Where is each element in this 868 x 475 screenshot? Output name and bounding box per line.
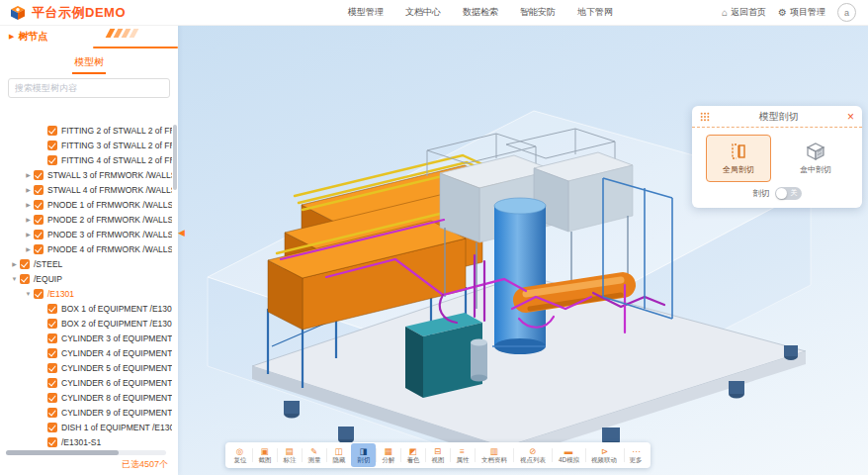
tree-expand-arrow-icon[interactable]: ▶ xyxy=(24,201,33,208)
toolbar-button[interactable]: ⊘ 视点列表 xyxy=(513,443,552,467)
drag-handle-icon[interactable] xyxy=(700,112,710,122)
tree-horizontal-scrollbar[interactable] xyxy=(6,450,119,455)
nav-item[interactable]: 数据检索 xyxy=(463,6,498,19)
tree-expand-arrow-icon[interactable]: ▶ xyxy=(24,186,33,193)
tree-checkbox[interactable] xyxy=(20,274,30,284)
toolbar-button[interactable]: ◫ 隐藏 xyxy=(326,443,351,467)
project-manage-link[interactable]: ⚙ 项目管理 xyxy=(778,6,825,19)
toolbar-button[interactable]: ✎ 测量 xyxy=(302,443,326,467)
tree-item[interactable]: ▼ /E1301 xyxy=(0,286,172,301)
tree-checkbox[interactable] xyxy=(47,126,57,136)
section-toggle-switch[interactable]: 关 xyxy=(775,187,802,200)
tree-item[interactable]: BOX 1 of EQUIPMENT /E1301 xyxy=(0,301,172,316)
box-section-button[interactable]: 盒中剖切 xyxy=(783,135,848,182)
toolbar-button-label: 复位 xyxy=(233,456,246,463)
tree-item[interactable]: ▶ /STEEL xyxy=(0,256,172,271)
tree-item[interactable]: CYLINDER 6 of EQUIPMENT /E1301 xyxy=(0,375,172,390)
nav-item[interactable]: 智能安防 xyxy=(520,6,556,19)
toolbar-button[interactable]: ◨ 剖切 xyxy=(351,443,376,467)
tree-checkbox[interactable] xyxy=(47,363,57,373)
home-link[interactable]: ⌂ 返回首页 xyxy=(722,6,766,19)
tree-checkbox[interactable] xyxy=(47,319,57,329)
toolbar-button-icon: ▤ xyxy=(285,446,293,456)
nav-item[interactable]: 地下管网 xyxy=(577,6,613,19)
global-section-button[interactable]: 全局剖切 xyxy=(706,135,771,182)
tree-checkbox[interactable] xyxy=(20,259,30,269)
tree-checkbox[interactable] xyxy=(34,230,43,239)
app-logo[interactable]: 平台示例DEMO xyxy=(0,4,126,22)
user-avatar[interactable]: a xyxy=(837,3,856,22)
tree-checkbox[interactable] xyxy=(47,304,57,314)
tree-item[interactable]: CYLINDER 3 of EQUIPMENT /E1301 xyxy=(0,331,172,345)
tree-item[interactable]: ▶ PNODE 3 of FRMWORK /WALLS xyxy=(0,227,172,241)
toolbar-button[interactable]: ◩ 着色 xyxy=(400,443,425,467)
tree-expand-arrow-icon[interactable]: ▶ xyxy=(24,216,33,223)
tree-item[interactable]: FITTING 2 of STWALL 2 of FRMWORK xyxy=(0,123,172,138)
tree-item[interactable]: ▶ STWALL 3 of FRMWORK /WALLS xyxy=(0,167,172,182)
tree-checkbox[interactable] xyxy=(34,170,43,180)
tree-vertical-scrollbar[interactable] xyxy=(173,125,177,190)
panel-collapse-arrow-icon[interactable]: ▶ xyxy=(9,33,14,41)
toolbar-button[interactable]: ▣ 截图 xyxy=(252,443,277,467)
tab-model-tree[interactable]: 模型树 xyxy=(72,53,106,74)
tree-checkbox[interactable] xyxy=(47,393,57,403)
tree-item[interactable]: ▶ PNODE 4 of FRMWORK /WALLS xyxy=(0,241,172,256)
toolbar-button[interactable]: ▬ 4D模拟 xyxy=(552,443,585,467)
tree-checkbox[interactable] xyxy=(34,200,43,210)
toolbar-button-label: 标注 xyxy=(283,456,296,463)
tree-expand-arrow-icon[interactable]: ▶ xyxy=(24,245,33,252)
toolbar-button-label: 视频联动 xyxy=(592,456,618,463)
toolbar-button[interactable]: ▥ 文档资料 xyxy=(475,443,513,467)
viewer-toolbar: ◎ 复位 ▣ 截图 ▤ 标注 ✎ 测量 ◫ 隐藏 ◨ 剖切 ▦ 分解 ◩ 着色 … xyxy=(225,442,651,468)
tree-item-label: PNODE 2 of FRMWORK /WALLS xyxy=(47,215,172,225)
tree-checkbox[interactable] xyxy=(47,423,57,432)
tree-expand-arrow-icon[interactable]: ▶ xyxy=(24,171,33,178)
tree-checkbox[interactable] xyxy=(34,215,43,225)
tree-checkbox[interactable] xyxy=(47,437,57,447)
toolbar-button-icon: ⊘ xyxy=(529,446,536,456)
tree-item[interactable]: ▶ PNODE 1 of FRMWORK /WALLS xyxy=(0,197,172,212)
tree-item[interactable]: /E1301-S1 xyxy=(0,434,172,449)
toolbar-button-label: 隐藏 xyxy=(332,456,345,463)
toolbar-button[interactable]: ▤ 标注 xyxy=(277,443,302,467)
toolbar-button[interactable]: ◎ 复位 xyxy=(227,443,252,467)
close-icon[interactable]: × xyxy=(847,111,854,123)
tree-checkbox[interactable] xyxy=(47,141,57,150)
tree-expand-arrow-icon[interactable]: ▼ xyxy=(24,291,33,297)
tree-checkbox[interactable] xyxy=(34,185,43,195)
tree-item[interactable]: CYLINDER 8 of EQUIPMENT /E1301 xyxy=(0,390,172,405)
tree-item-label: DISH 1 of EQUIPMENT /E1301 xyxy=(61,423,172,432)
tree-checkbox[interactable] xyxy=(47,348,57,358)
tree-item-label: CYLINDER 8 of EQUIPMENT /E1301 xyxy=(61,393,172,403)
tree-item[interactable]: CYLINDER 9 of EQUIPMENT /E1301 xyxy=(0,405,172,420)
tree-expand-arrow-icon[interactable]: ▶ xyxy=(10,260,19,267)
tree-expand-arrow-icon[interactable]: ▼ xyxy=(10,276,19,282)
toolbar-button[interactable]: ⋯ 更多 xyxy=(624,443,649,467)
tree-item[interactable]: BOX 2 of EQUIPMENT /E1301 xyxy=(0,316,172,331)
tree-checkbox[interactable] xyxy=(47,333,57,343)
toolbar-button[interactable]: ≡ 属性 xyxy=(450,443,475,467)
toolbar-button[interactable]: ⊳ 视频联动 xyxy=(585,443,624,467)
tree-item[interactable]: CYLINDER 5 of EQUIPMENT /E1301 xyxy=(0,360,172,375)
toolbar-button[interactable]: ▦ 分解 xyxy=(376,443,400,467)
toolbar-button[interactable]: ⊟ 视图 xyxy=(425,443,450,467)
tree-search-input[interactable] xyxy=(8,78,170,98)
tree-item[interactable]: CYLINDER 4 of EQUIPMENT /E1301 xyxy=(0,345,172,360)
tree-item[interactable]: DISH 1 of EQUIPMENT /E1301 xyxy=(0,420,172,434)
tree-checkbox[interactable] xyxy=(47,378,57,388)
tree-checkbox[interactable] xyxy=(47,408,57,418)
tree-item[interactable]: ▶ PNODE 2 of FRMWORK /WALLS xyxy=(0,212,172,227)
tree-item[interactable]: FITTING 4 of STWALL 2 of FRMWORK xyxy=(0,152,172,167)
nav-item[interactable]: 文档中心 xyxy=(405,6,441,19)
tree-item[interactable]: FITTING 3 of STWALL 2 of FRMWORK xyxy=(0,138,172,152)
tree-expand-arrow-icon[interactable]: ▶ xyxy=(24,231,33,238)
sidebar-collapse-handle[interactable]: ◀ xyxy=(178,228,185,238)
tree-checkbox[interactable] xyxy=(34,244,43,254)
tree-checkbox[interactable] xyxy=(47,155,57,165)
tree-checkbox[interactable] xyxy=(34,289,43,299)
section-panel-title: 模型剖切 xyxy=(710,110,847,124)
tree-item[interactable]: ▶ STWALL 4 of FRMWORK /WALLS xyxy=(0,182,172,197)
sidebar-panel-title: 树节点 xyxy=(18,30,47,44)
nav-item[interactable]: 模型管理 xyxy=(348,6,384,19)
tree-item[interactable]: ▼ /EQUIP xyxy=(0,271,172,286)
